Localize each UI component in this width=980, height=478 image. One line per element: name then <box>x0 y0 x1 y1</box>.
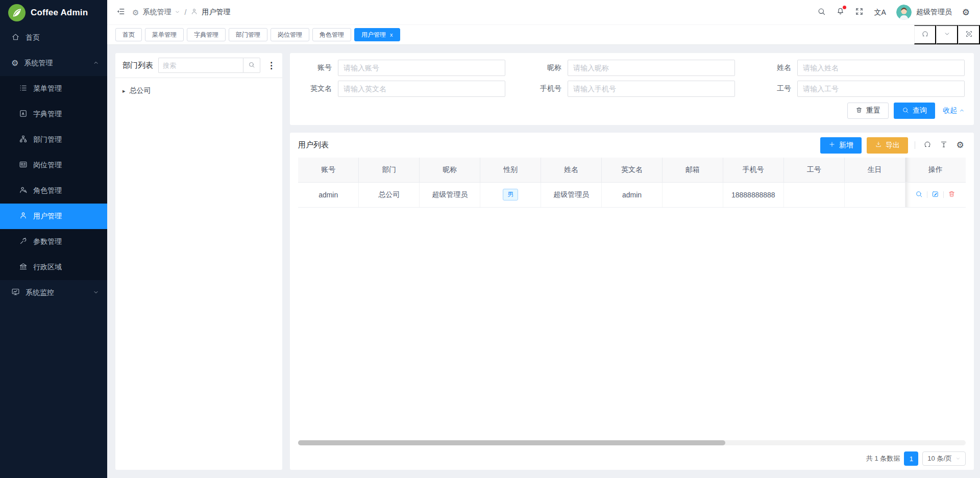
tree-node-head-office[interactable]: ▸ 总公司 <box>122 84 275 98</box>
main-area: ⚙ 系统管理 / 用户管理 <box>107 0 980 478</box>
chevron-down-icon <box>944 31 950 39</box>
sidebar-item-administrative-region[interactable]: 行政区域 <box>0 255 107 280</box>
search-icon <box>902 107 909 115</box>
tab-post-management[interactable]: 岗位管理 <box>271 28 309 41</box>
page-size-select[interactable]: 10 条/页 <box>922 451 966 466</box>
page-1-button[interactable]: 1 <box>904 451 918 466</box>
query-button[interactable]: 查询 <box>894 103 935 119</box>
edit-row-button[interactable] <box>932 190 939 199</box>
global-search-button[interactable] <box>817 7 826 17</box>
notification-dot <box>843 6 846 9</box>
tab-role-management[interactable]: 角色管理 <box>312 28 351 41</box>
sidebar-item-system-monitor[interactable]: 系统监控 <box>0 280 107 306</box>
caret-right-icon[interactable]: ▸ <box>122 88 126 94</box>
sidebar-item-user-management[interactable]: 用户管理 <box>0 204 107 229</box>
sidebar-item-department-management[interactable]: 部门管理 <box>0 127 107 153</box>
role-key-icon <box>19 186 28 196</box>
name-input[interactable] <box>797 60 965 76</box>
refresh-tab-button[interactable] <box>914 25 936 44</box>
tab-close-icon[interactable]: x <box>390 32 393 38</box>
column-header-email[interactable]: 邮箱 <box>662 158 723 182</box>
column-settings-button[interactable]: ⚙ <box>954 141 966 149</box>
collapse-sidebar-button[interactable] <box>116 7 125 17</box>
department-more-button[interactable]: ⋮ <box>265 61 277 70</box>
sidebar-item-label: 系统管理 <box>24 59 87 68</box>
tab-user-management[interactable]: 用户管理 x <box>354 28 400 41</box>
filter-card: 账号 昵称 姓名 英文名 <box>290 53 974 125</box>
tab-menu-management[interactable]: 菜单管理 <box>145 28 184 41</box>
sidebar-item-label: 菜单管理 <box>33 84 99 93</box>
column-header-nickname[interactable]: 昵称 <box>420 158 480 182</box>
tab-label: 岗位管理 <box>278 31 302 39</box>
gear-icon: ⚙ <box>956 141 964 149</box>
fullscreen-button[interactable] <box>855 7 864 17</box>
department-search-button[interactable] <box>243 58 260 73</box>
column-header-english-name[interactable]: 英文名 <box>602 158 663 182</box>
add-user-button[interactable]: 新增 <box>820 137 862 154</box>
dictionary-icon <box>19 109 28 119</box>
refresh-table-button[interactable] <box>922 140 933 150</box>
breadcrumb: ⚙ 系统管理 / 用户管理 <box>132 8 230 17</box>
column-header-name[interactable]: 姓名 <box>541 158 602 182</box>
column-header-phone[interactable]: 手机号 <box>723 158 783 182</box>
sidebar-item-role-management[interactable]: 角色管理 <box>0 178 107 204</box>
tab-department-management[interactable]: 部门管理 <box>229 28 267 41</box>
nickname-input[interactable] <box>568 60 735 76</box>
tab-dictionary-management[interactable]: 字典管理 <box>187 28 226 41</box>
column-header-department[interactable]: 部门 <box>359 158 420 182</box>
sidebar-item-post-management[interactable]: 岗位管理 <box>0 153 107 178</box>
cell-birthday <box>844 182 905 207</box>
sidebar-item-menu-management[interactable]: 菜单管理 <box>0 76 107 102</box>
reset-button[interactable]: 重置 <box>847 103 889 119</box>
field-label: 姓名 <box>758 63 791 72</box>
tab-options-button[interactable] <box>936 25 958 44</box>
download-icon <box>875 141 882 149</box>
maximize-content-button[interactable] <box>958 25 980 44</box>
column-header-birthday[interactable]: 生日 <box>844 158 905 182</box>
list-icon <box>19 84 28 94</box>
view-row-button[interactable] <box>915 190 923 199</box>
breadcrumb-user-management[interactable]: 用户管理 <box>190 8 230 17</box>
delete-row-button[interactable] <box>948 190 955 199</box>
account-input[interactable] <box>338 60 505 76</box>
column-header-job-number[interactable]: 工号 <box>783 158 844 182</box>
chevron-up-icon <box>93 59 99 67</box>
row-density-button[interactable] <box>938 140 949 150</box>
settings-button[interactable]: ⚙ <box>962 8 970 17</box>
department-search-input[interactable] <box>158 58 243 73</box>
user-table-zone: 账号 部门 昵称 性别 姓名 英文名 邮箱 手机号 工号 生日 <box>298 158 966 447</box>
chevron-up-icon <box>959 107 965 115</box>
maximize-icon <box>965 30 973 39</box>
field-label: 账号 <box>299 63 332 72</box>
cell-account: admin <box>298 182 359 207</box>
language-switch-button[interactable]: 文A <box>874 9 886 16</box>
edit-icon <box>932 190 939 199</box>
sidebar-item-label: 字典管理 <box>33 110 99 119</box>
sidebar-item-label: 用户管理 <box>33 212 99 221</box>
logo[interactable]: Coffee Admin <box>0 0 107 25</box>
action-divider <box>927 191 927 198</box>
english-name-input[interactable] <box>338 81 505 97</box>
column-header-account[interactable]: 账号 <box>298 158 359 182</box>
breadcrumb-system-management[interactable]: ⚙ 系统管理 <box>132 8 180 17</box>
breadcrumb-label: 用户管理 <box>202 8 230 17</box>
sidebar-item-label: 系统监控 <box>26 288 87 297</box>
notifications-button[interactable] <box>836 7 845 17</box>
phone-input[interactable] <box>568 81 735 97</box>
collapse-filter-link[interactable]: 收起 <box>943 106 965 115</box>
horizontal-scrollbar-track[interactable] <box>298 440 966 445</box>
sidebar-item-label: 行政区域 <box>33 263 99 272</box>
tabbar-controls <box>914 25 980 44</box>
export-button[interactable]: 导出 <box>867 137 908 154</box>
column-header-gender[interactable]: 性别 <box>480 158 541 182</box>
sidebar-item-home[interactable]: 首页 <box>0 25 107 51</box>
sidebar-item-system-management[interactable]: ⚙ 系统管理 <box>0 51 107 76</box>
sidebar-item-parameter-management[interactable]: 参数管理 <box>0 229 107 255</box>
sidebar-item-dictionary-management[interactable]: 字典管理 <box>0 102 107 127</box>
table-row[interactable]: admin 总公司 超级管理员 男 超级管理员 admin 188 <box>298 182 966 207</box>
horizontal-scrollbar-thumb[interactable] <box>298 440 725 445</box>
sidebar-item-label: 岗位管理 <box>33 161 99 170</box>
tab-home[interactable]: 首页 <box>115 28 142 41</box>
job-number-input[interactable] <box>797 81 965 97</box>
user-menu[interactable]: 超级管理员 <box>896 5 952 20</box>
